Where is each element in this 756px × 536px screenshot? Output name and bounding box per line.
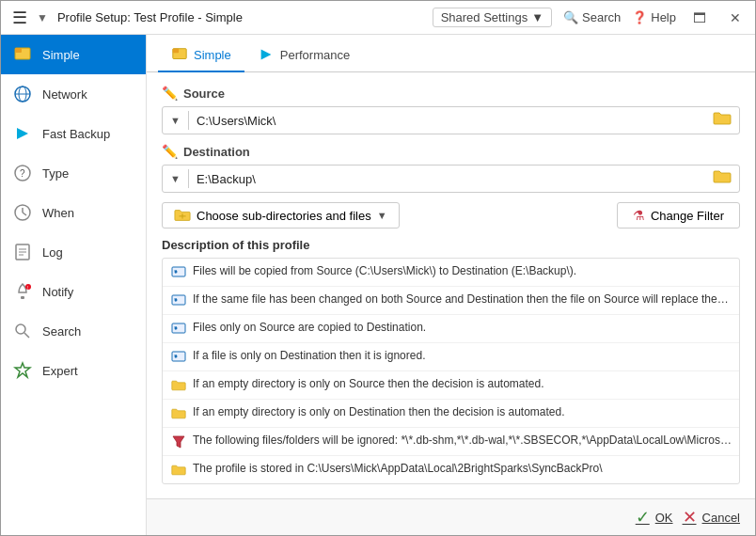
search-sidebar-icon — [12, 321, 33, 341]
description-item: If an empty directory is only on Source … — [163, 371, 739, 400]
search-label: Search — [582, 10, 621, 24]
subdirs-filter-row: Choose sub-directories and files ▼ ⚗ Cha… — [162, 202, 740, 229]
change-filter-button[interactable]: ⚗ Change Filter — [617, 202, 740, 229]
sidebar: Simple Network Fast Backup ? Type — [1, 35, 147, 535]
main-body: Simple Network Fast Backup ? Type — [1, 35, 755, 535]
sidebar-item-type[interactable]: ? Type — [1, 153, 146, 193]
subdirs-label: Choose sub-directories and files — [197, 209, 371, 223]
description-item-text: If an empty directory is only on Destina… — [193, 404, 565, 420]
ok-button[interactable]: ✓ OK — [636, 507, 673, 528]
content-area: Simple Performance ✏️ Source ▼ C:\Users\… — [147, 35, 755, 535]
destination-section-label: ✏️ Destination — [162, 144, 740, 159]
sidebar-item-notify[interactable]: ! Notify — [1, 272, 146, 311]
notify-icon: ! — [12, 281, 33, 302]
tab-simple-label: Simple — [194, 48, 231, 62]
subdirs-button[interactable]: Choose sub-directories and files ▼ — [162, 202, 400, 229]
description-item-text: Files will be copied from Source (C:\Use… — [193, 263, 576, 279]
source-label: Source — [183, 87, 225, 101]
sidebar-item-network[interactable]: Network — [1, 74, 146, 114]
network-icon — [12, 84, 33, 104]
help-label: Help — [651, 10, 676, 24]
svg-point-18 — [16, 324, 25, 334]
source-folder-icon — [713, 111, 732, 126]
app-window: ☰ ▼ Profile Setup: Test Profile - Simple… — [0, 0, 756, 536]
description-item-text: The following files/folders will be igno… — [193, 433, 732, 449]
cancel-button[interactable]: ✕ Cancel — [683, 507, 740, 528]
desc-folder-icon — [170, 377, 187, 394]
svg-text:!: ! — [27, 285, 28, 291]
source-folder-button[interactable] — [705, 107, 739, 134]
expert-icon — [12, 360, 33, 381]
dropdown-arrow[interactable]: ▼ — [37, 11, 48, 24]
titlebar: ☰ ▼ Profile Setup: Test Profile - Simple… — [1, 1, 755, 35]
help-button[interactable]: ❓ Help — [632, 10, 676, 24]
sidebar-item-expert[interactable]: Expert — [1, 351, 146, 390]
description-item: The following files/folders will be igno… — [163, 428, 739, 456]
desc-filter-icon — [170, 434, 187, 450]
shared-settings-button[interactable]: Shared Settings ▼ — [433, 8, 552, 27]
destination-folder-button[interactable] — [705, 166, 739, 192]
shared-settings-chevron: ▼ — [531, 10, 543, 24]
search-icon: 🔍 — [563, 10, 578, 24]
filter-icon: ⚗ — [633, 208, 645, 223]
ok-check-icon: ✓ — [636, 507, 650, 528]
description-item: If an empty directory is only on Destina… — [163, 400, 739, 428]
subdirs-folder-icon — [174, 208, 191, 223]
type-icon: ? — [12, 163, 33, 183]
minimize-button[interactable]: 🗖 — [687, 6, 712, 30]
source-expand-button[interactable]: ▼ — [163, 111, 189, 130]
description-item-text: If an empty directory is only on Source … — [193, 376, 544, 392]
sidebar-item-notify-label: Notify — [42, 285, 73, 299]
description-item-text: The profile is stored in C:\Users\Mick\A… — [193, 461, 603, 477]
destination-folder-icon — [713, 169, 732, 184]
cancel-label: Cancel — [702, 511, 740, 525]
log-icon — [12, 242, 33, 262]
hamburger-icon[interactable]: ☰ — [8, 8, 31, 28]
source-pencil-icon: ✏️ — [162, 86, 178, 101]
sidebar-item-simple[interactable]: Simple — [1, 35, 146, 74]
tab-performance-icon — [258, 46, 275, 63]
destination-pencil-icon: ✏️ — [162, 144, 178, 159]
source-path-text: C:\Users\Mick\ — [189, 110, 705, 132]
destination-path-row: ▼ E:\Backup\ — [162, 165, 740, 193]
svg-rect-15 — [21, 296, 24, 299]
footer: ✓ OK ✕ Cancel — [147, 498, 755, 535]
help-icon: ❓ — [632, 10, 647, 24]
tab-performance[interactable]: Performance — [244, 40, 363, 72]
sidebar-item-fast-backup-label: Fast Backup — [42, 127, 110, 141]
source-section-label: ✏️ Source — [162, 86, 740, 101]
tab-simple[interactable]: Simple — [158, 40, 244, 72]
svg-marker-37 — [173, 436, 184, 448]
tab-simple-icon — [171, 46, 188, 63]
svg-rect-1 — [15, 48, 22, 53]
desc-folder-icon — [170, 462, 187, 479]
sidebar-item-log[interactable]: Log — [1, 232, 146, 272]
filter-label: Change Filter — [651, 209, 724, 223]
destination-expand-button[interactable]: ▼ — [163, 169, 189, 188]
description-item: ?Files will be copied from Source (C:\Us… — [163, 259, 739, 287]
sidebar-item-search[interactable]: Search — [1, 311, 146, 351]
sidebar-item-expert-label: Expert — [42, 364, 78, 378]
description-item: The profile is stored in C:\Users\Mick\A… — [163, 456, 739, 483]
desc-folder-icon — [170, 405, 187, 422]
svg-text:?: ? — [20, 168, 25, 179]
svg-marker-5 — [17, 128, 28, 139]
search-button[interactable]: 🔍 Search — [563, 10, 621, 24]
svg-line-19 — [24, 333, 29, 338]
svg-rect-21 — [173, 49, 179, 54]
sidebar-item-search-label: Search — [42, 324, 81, 339]
simple-icon — [12, 44, 33, 65]
desc-blue-icon: ? — [170, 264, 187, 281]
tab-performance-label: Performance — [280, 48, 350, 62]
sidebar-item-fast-backup[interactable]: Fast Backup — [1, 114, 146, 153]
close-button[interactable]: ✕ — [723, 6, 748, 30]
description-item-text: Files only on Source are copied to Desti… — [193, 320, 426, 336]
description-item-text: If a file is only on Destination then it… — [193, 348, 425, 364]
sidebar-item-simple-label: Simple — [42, 48, 80, 62]
ok-label: OK — [655, 511, 673, 525]
fast-backup-icon — [12, 123, 33, 144]
sidebar-item-when[interactable]: When — [1, 193, 146, 232]
shared-settings-label: Shared Settings — [441, 10, 528, 24]
window-title: Profile Setup: Test Profile - Simple — [57, 10, 427, 24]
destination-label: Destination — [183, 145, 250, 159]
